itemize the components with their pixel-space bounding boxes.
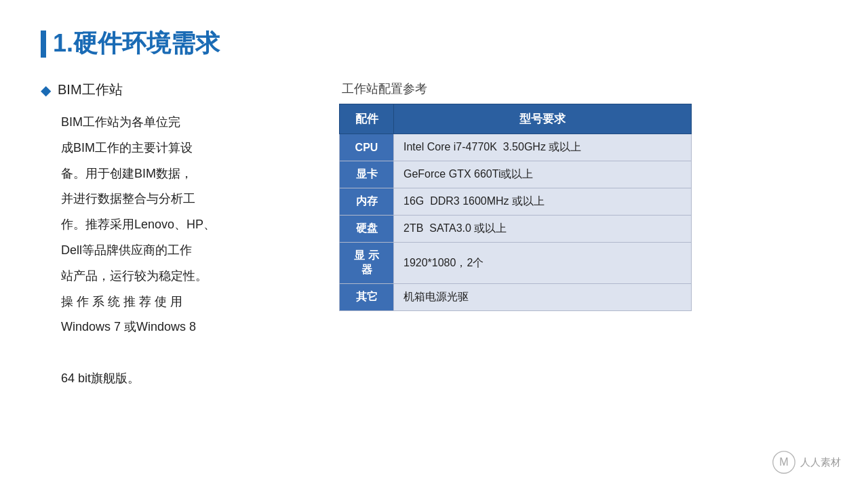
label-other: 其它 <box>340 284 394 311</box>
content-area: ◆ BIM工作站 BIM工作站为各单位完 成BIM工作的主要计算设 备。用于创建… <box>41 81 827 392</box>
value-ram: 16G DDR3 1600MHz 或以上 <box>394 188 692 216</box>
watermark-label: 人人素材 <box>800 456 841 469</box>
label-display: 显 示 器 <box>340 243 394 284</box>
description-text: BIM工作站为各单位完 成BIM工作的主要计算设 备。用于创建BIM数据， 并进… <box>61 110 298 392</box>
diamond-bullet-icon: ◆ <box>41 82 51 98</box>
table-row: 显卡 GeForce GTX 660Ti或以上 <box>340 161 692 188</box>
value-other: 机箱电源光驱 <box>394 284 692 311</box>
watermark-logo-icon: M <box>772 450 796 474</box>
right-section: 工作站配置参考 配件 型号要求 CPU Intel Core i7-4770K … <box>339 81 827 392</box>
table-row: 显 示 器 1920*1080，2个 <box>340 243 692 284</box>
value-cpu: Intel Core i7-4770K 3.50GHz 或以上 <box>394 134 692 161</box>
label-hdd: 硬盘 <box>340 216 394 243</box>
title-text: 1.硬件环境需求 <box>53 27 220 60</box>
left-section: ◆ BIM工作站 BIM工作站为各单位完 成BIM工作的主要计算设 备。用于创建… <box>41 81 298 392</box>
col-header-model: 型号要求 <box>394 104 692 134</box>
value-hdd: 2TB SATA3.0 或以上 <box>394 216 692 243</box>
table-row: 其它 机箱电源光驱 <box>340 284 692 311</box>
watermark: M 人人素材 <box>772 450 841 474</box>
value-gpu: GeForce GTX 660Ti或以上 <box>394 161 692 188</box>
spec-table: 配件 型号要求 CPU Intel Core i7-4770K 3.50GHz … <box>339 104 692 311</box>
bullet-title: BIM工作站 <box>58 81 123 99</box>
label-cpu: CPU <box>340 134 394 161</box>
label-gpu: 显卡 <box>340 161 394 188</box>
value-display: 1920*1080，2个 <box>394 243 692 284</box>
bullet-header: ◆ BIM工作站 <box>41 81 298 99</box>
table-row: 内存 16G DDR3 1600MHz 或以上 <box>340 188 692 216</box>
page-title: 1.硬件环境需求 <box>41 27 827 60</box>
table-header-row: 配件 型号要求 <box>340 104 692 134</box>
table-row: 硬盘 2TB SATA3.0 或以上 <box>340 216 692 243</box>
table-row: CPU Intel Core i7-4770K 3.50GHz 或以上 <box>340 134 692 161</box>
page-container: 1.硬件环境需求 ◆ BIM工作站 BIM工作站为各单位完 成BIM工作的主要计… <box>0 0 868 488</box>
table-title: 工作站配置参考 <box>342 81 827 97</box>
col-header-part: 配件 <box>340 104 394 134</box>
title-bar-decoration <box>41 30 46 58</box>
label-ram: 内存 <box>340 188 394 216</box>
svg-text:M: M <box>779 455 788 468</box>
